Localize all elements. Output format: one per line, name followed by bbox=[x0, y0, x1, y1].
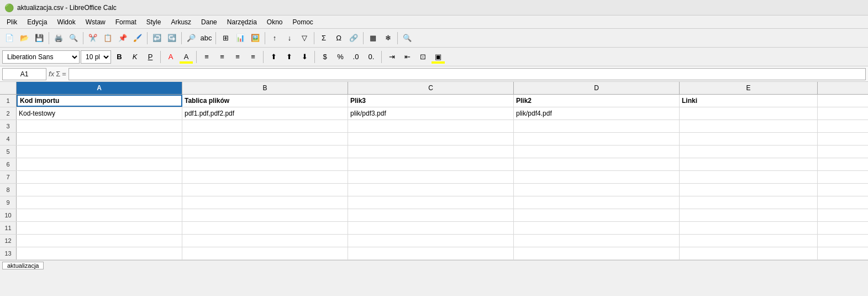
font-color-button[interactable]: A bbox=[164, 50, 178, 64]
cell-A12[interactable] bbox=[17, 235, 182, 247]
cell-C8[interactable] bbox=[348, 184, 514, 196]
cell-E5[interactable] bbox=[680, 146, 818, 158]
cell-B9[interactable] bbox=[182, 196, 348, 209]
align-right-button[interactable]: ≡ bbox=[230, 50, 245, 64]
cell-C9[interactable] bbox=[348, 196, 514, 209]
insert-image-button[interactable]: 🖼️ bbox=[248, 31, 262, 45]
align-middle-button[interactable]: ⬆ bbox=[282, 50, 296, 64]
formula-input[interactable]: Kod importu bbox=[69, 68, 866, 80]
cell-C6[interactable] bbox=[348, 158, 514, 170]
fx-icon[interactable]: fx bbox=[49, 70, 54, 78]
cell-D8[interactable] bbox=[514, 184, 680, 196]
cell-B8[interactable] bbox=[182, 184, 348, 196]
menu-item-format[interactable]: Format bbox=[111, 17, 141, 27]
freeze-button[interactable]: ❄ bbox=[381, 31, 395, 45]
align-center-button[interactable]: ≡ bbox=[215, 50, 229, 64]
cell-C1[interactable]: Plik3 bbox=[348, 95, 514, 107]
cell-D10[interactable] bbox=[514, 209, 680, 221]
preview-button[interactable]: 🔍 bbox=[66, 31, 81, 45]
menu-item-narzędzia[interactable]: Narzędzia bbox=[223, 17, 261, 27]
sort-asc-button[interactable]: ↑ bbox=[267, 31, 282, 45]
cell-E11[interactable] bbox=[680, 222, 818, 234]
cell-C10[interactable] bbox=[348, 209, 514, 221]
cell-A6[interactable] bbox=[17, 158, 182, 170]
col-row-button[interactable]: ▦ bbox=[366, 31, 380, 45]
cell-E2[interactable] bbox=[680, 107, 818, 120]
cell-A11[interactable] bbox=[17, 222, 182, 234]
menu-item-plik[interactable]: Plik bbox=[2, 17, 22, 27]
new-button[interactable]: 📄 bbox=[2, 31, 17, 45]
cell-C11[interactable] bbox=[348, 222, 514, 234]
cell-D6[interactable] bbox=[514, 158, 680, 170]
cell-E8[interactable] bbox=[680, 184, 818, 196]
cell-B1[interactable]: Tablica plików bbox=[182, 95, 348, 107]
cell-C7[interactable] bbox=[348, 171, 514, 183]
cell-E1[interactable]: Linki bbox=[680, 95, 818, 107]
paste-button[interactable]: 📌 bbox=[115, 31, 130, 45]
insert-special-button[interactable]: Ω bbox=[332, 31, 346, 45]
cell-E4[interactable] bbox=[680, 133, 818, 145]
highlight-color-button[interactable]: A bbox=[179, 50, 193, 64]
cell-D3[interactable] bbox=[514, 120, 680, 132]
menu-item-okno[interactable]: Okno bbox=[262, 17, 287, 27]
percent-button[interactable]: % bbox=[333, 50, 348, 64]
copy-button[interactable]: 📋 bbox=[101, 31, 115, 45]
col-header-a[interactable]: A bbox=[17, 82, 182, 94]
cell-A2[interactable]: Kod-testowy bbox=[17, 107, 182, 120]
insert-chart-button[interactable]: 📊 bbox=[233, 31, 248, 45]
cell-D11[interactable] bbox=[514, 222, 680, 234]
number-format-button[interactable]: $ bbox=[318, 50, 332, 64]
cell-B6[interactable] bbox=[182, 158, 348, 170]
italic-button[interactable]: K bbox=[128, 50, 142, 64]
menu-item-widok[interactable]: Widok bbox=[52, 17, 80, 27]
cell-B2[interactable]: pdf1.pdf,pdf2.pdf bbox=[182, 107, 348, 120]
cell-B13[interactable] bbox=[182, 247, 348, 259]
col-header-b[interactable]: B bbox=[182, 82, 348, 94]
filter-button[interactable]: ▽ bbox=[297, 31, 312, 45]
insert-table-button[interactable]: ⊞ bbox=[218, 31, 233, 45]
cell-D1[interactable]: Plik2 bbox=[514, 95, 680, 107]
indent-button[interactable]: ⇥ bbox=[385, 50, 399, 64]
cell-D9[interactable] bbox=[514, 196, 680, 209]
justify-button[interactable]: ≡ bbox=[246, 50, 260, 64]
cell-B12[interactable] bbox=[182, 235, 348, 247]
font-name-select[interactable]: Liberation Sans bbox=[2, 50, 80, 64]
cell-A1[interactable]: Kod importu bbox=[17, 95, 182, 107]
cell-C5[interactable] bbox=[348, 146, 514, 158]
sigma-icon[interactable]: Σ bbox=[56, 70, 60, 78]
cell-B10[interactable] bbox=[182, 209, 348, 221]
undo-button[interactable]: ↩️ bbox=[150, 31, 164, 45]
menu-item-arkusz[interactable]: Arkusz bbox=[166, 17, 196, 27]
save-button[interactable]: 💾 bbox=[32, 31, 46, 45]
col-header-e[interactable]: E bbox=[680, 82, 818, 94]
open-button[interactable]: 📂 bbox=[17, 31, 31, 45]
align-top-button[interactable]: ⬆ bbox=[266, 50, 281, 64]
cell-E3[interactable] bbox=[680, 120, 818, 132]
col-header-d[interactable]: D bbox=[514, 82, 680, 94]
cell-D4[interactable] bbox=[514, 133, 680, 145]
cell-B4[interactable] bbox=[182, 133, 348, 145]
menu-item-pomoc[interactable]: Pomoc bbox=[288, 17, 318, 27]
menu-item-dane[interactable]: Dane bbox=[197, 17, 222, 27]
cell-D12[interactable] bbox=[514, 235, 680, 247]
cell-E13[interactable] bbox=[680, 247, 818, 259]
equals-icon[interactable]: = bbox=[62, 70, 66, 78]
cell-E6[interactable] bbox=[680, 158, 818, 170]
zoom-button[interactable]: 🔍 bbox=[400, 31, 414, 45]
cell-D5[interactable] bbox=[514, 146, 680, 158]
cell-A9[interactable] bbox=[17, 196, 182, 209]
cell-B5[interactable] bbox=[182, 146, 348, 158]
sort-desc-button[interactable]: ↓ bbox=[282, 31, 297, 45]
background-color-button[interactable]: ▣ bbox=[431, 50, 445, 64]
cell-A4[interactable] bbox=[17, 133, 182, 145]
cell-E12[interactable] bbox=[680, 235, 818, 247]
outdent-button[interactable]: ⇤ bbox=[400, 50, 414, 64]
borders-button[interactable]: ⊡ bbox=[415, 50, 430, 64]
cell-B11[interactable] bbox=[182, 222, 348, 234]
menu-item-edycja[interactable]: Edycja bbox=[23, 17, 51, 27]
align-bottom-button[interactable]: ⬇ bbox=[297, 50, 312, 64]
cell-C12[interactable] bbox=[348, 235, 514, 247]
redo-button[interactable]: ↪️ bbox=[165, 31, 179, 45]
cell-C3[interactable] bbox=[348, 120, 514, 132]
cell-A13[interactable] bbox=[17, 247, 182, 259]
